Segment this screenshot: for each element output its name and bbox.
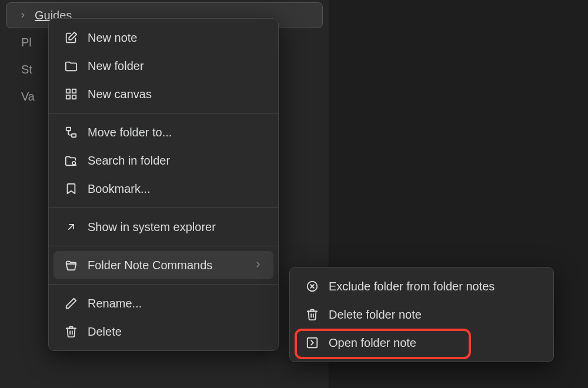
menu-rename[interactable]: Rename... <box>54 289 273 317</box>
svg-rect-1 <box>72 89 76 93</box>
trash-icon <box>305 307 319 322</box>
folder-label: Pl <box>21 36 32 49</box>
menu-separator <box>49 246 278 246</box>
folder-open-icon <box>64 258 78 272</box>
menu-delete[interactable]: Delete <box>54 317 273 346</box>
menu-label: Delete <box>88 325 263 339</box>
menu-show-explorer[interactable]: Show in system explorer <box>54 213 273 241</box>
svg-rect-3 <box>72 95 76 99</box>
menu-separator <box>49 208 278 208</box>
x-circle-icon <box>305 279 319 293</box>
folder-context-menu: New note New folder New canvas Move fold… <box>48 18 279 351</box>
annotation-highlight <box>295 329 471 359</box>
folder-tree-icon <box>64 125 78 139</box>
pencil-icon <box>64 296 78 310</box>
menu-bookmark[interactable]: Bookmark... <box>54 175 273 203</box>
layout-grid-icon <box>64 87 78 101</box>
chevron-right-icon <box>253 259 263 272</box>
folder-label: Va <box>21 90 35 103</box>
edit-icon <box>64 31 78 45</box>
menu-label: Search in folder <box>88 154 263 168</box>
trash-icon <box>64 325 78 339</box>
menu-new-note[interactable]: New note <box>54 24 273 52</box>
menu-label: Exclude folder from folder notes <box>329 280 538 293</box>
menu-label: New folder <box>88 59 263 73</box>
folder-search-icon <box>64 153 78 168</box>
menu-label: Delete folder note <box>329 308 538 322</box>
menu-label: New canvas <box>88 88 263 101</box>
bookmark-icon <box>64 182 78 196</box>
folder-note-submenu: Exclude folder from folder notes Delete … <box>289 267 554 362</box>
menu-move-folder[interactable]: Move folder to... <box>54 118 273 146</box>
menu-search-folder[interactable]: Search in folder <box>54 146 273 175</box>
menu-label: Move folder to... <box>88 126 263 139</box>
folder-icon <box>64 59 78 73</box>
arrow-up-right-icon <box>64 220 78 234</box>
menu-folder-note-commands[interactable]: Folder Note Commands <box>54 251 273 279</box>
submenu-exclude[interactable]: Exclude folder from folder notes <box>295 272 549 300</box>
menu-label: Bookmark... <box>88 182 263 196</box>
menu-label: Show in system explorer <box>88 220 263 234</box>
submenu-delete-note[interactable]: Delete folder note <box>295 300 549 329</box>
menu-label: Rename... <box>88 297 263 310</box>
svg-rect-0 <box>66 89 70 93</box>
menu-separator <box>49 284 278 285</box>
menu-separator <box>49 113 278 113</box>
menu-new-canvas[interactable]: New canvas <box>54 80 273 108</box>
svg-rect-5 <box>72 134 76 138</box>
svg-rect-2 <box>66 95 70 99</box>
chevron-right-icon <box>18 11 28 20</box>
menu-label: New note <box>88 31 263 45</box>
folder-label: St <box>21 63 32 76</box>
menu-label: Folder Note Commands <box>88 259 253 272</box>
menu-new-folder[interactable]: New folder <box>54 52 273 80</box>
